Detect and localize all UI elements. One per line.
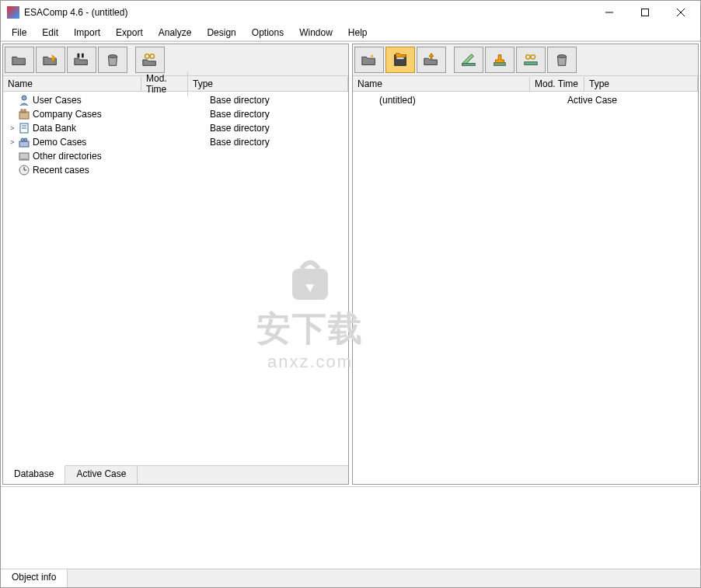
close-button[interactable]: [663, 1, 699, 24]
statusbar: Object info: [1, 569, 700, 587]
titlebar: ESAComp 4.6 - (untitled): [1, 1, 700, 24]
menu-import[interactable]: Import: [66, 26, 108, 40]
svg-point-6: [22, 96, 26, 100]
row-name: Recent cases: [31, 165, 162, 176]
row-type: Base directory: [210, 109, 348, 120]
svg-rect-13: [19, 141, 29, 147]
tab-object-info[interactable]: Object info: [1, 569, 68, 587]
row-name: Demo Cases: [31, 137, 162, 148]
tree-row[interactable]: > Data Bank Base directory: [3, 121, 348, 135]
row-name: User Cases: [31, 95, 162, 106]
tree-row[interactable]: Recent cases: [3, 163, 348, 177]
svg-point-27: [531, 55, 535, 60]
tree-row[interactable]: User Cases Base directory: [3, 93, 348, 107]
svg-point-14: [21, 138, 24, 141]
svg-point-3: [109, 55, 117, 58]
recent-icon: [17, 165, 31, 176]
menu-window[interactable]: Window: [291, 26, 340, 40]
tree-row[interactable]: (untitled) Active Case: [353, 93, 698, 107]
svg-point-15: [24, 138, 27, 141]
col-mod[interactable]: Mod. Time: [530, 77, 584, 91]
svg-rect-9: [24, 110, 26, 113]
detail-area: [1, 486, 700, 569]
maximize-button[interactable]: [627, 1, 663, 24]
row-type: Base directory: [210, 95, 348, 106]
app-icon: [7, 6, 19, 19]
right-tree[interactable]: (untitled) Active Case: [353, 92, 698, 484]
delete-case-button[interactable]: [98, 47, 127, 73]
stamp-button[interactable]: [485, 47, 514, 73]
col-type[interactable]: Type: [188, 77, 348, 91]
tree-row[interactable]: > Demo Cases Base directory: [3, 135, 348, 149]
left-column-headers: Name Mod. Time Type: [3, 76, 348, 92]
company-icon: [17, 109, 31, 120]
tab-database[interactable]: Database: [3, 465, 65, 484]
svg-rect-1: [78, 54, 80, 58]
svg-rect-23: [462, 64, 476, 66]
svg-point-5: [150, 54, 155, 59]
svg-point-4: [145, 54, 150, 59]
menu-export[interactable]: Export: [108, 26, 151, 40]
tab-activecase[interactable]: Active Case: [65, 466, 138, 484]
row-name: Company Cases: [31, 109, 162, 120]
svg-rect-25: [525, 62, 538, 65]
svg-rect-24: [494, 63, 506, 66]
save-case-button[interactable]: [385, 47, 415, 73]
svg-point-26: [526, 55, 531, 60]
other-icon: [17, 151, 31, 162]
col-name[interactable]: Name: [353, 77, 530, 91]
row-type: Base directory: [210, 123, 348, 134]
tree-row[interactable]: Company Cases Base directory: [3, 107, 348, 121]
expand-icon[interactable]: >: [8, 138, 17, 146]
preview-layer-button[interactable]: [516, 47, 546, 73]
save-up-button[interactable]: [417, 47, 446, 73]
left-tabs: Database Active Case: [3, 465, 348, 484]
tree-row[interactable]: Other directories: [3, 149, 348, 163]
activecase-pane: Name Mod. Time Type (untitled) Active Ca…: [352, 43, 699, 485]
edit-layer-button[interactable]: [454, 47, 483, 73]
expand-icon[interactable]: >: [8, 124, 17, 132]
new-case-button[interactable]: [354, 47, 384, 73]
find-case-button[interactable]: [67, 47, 96, 73]
menu-edit[interactable]: Edit: [34, 26, 66, 40]
menu-help[interactable]: Help: [340, 26, 375, 40]
svg-rect-0: [642, 9, 649, 16]
row-name: Other directories: [31, 151, 162, 162]
left-tree[interactable]: User Cases Base directory Company Cases …: [3, 92, 348, 465]
databank-icon: [17, 123, 31, 134]
database-pane: Name Mod. Time Type User Cases Base dire…: [2, 43, 349, 485]
menu-file[interactable]: File: [4, 26, 34, 40]
menu-options[interactable]: Options: [244, 26, 291, 40]
menu-design[interactable]: Design: [199, 26, 243, 40]
row-type: Base directory: [210, 137, 348, 148]
preview-case-button[interactable]: [135, 47, 165, 73]
delete-layer-button[interactable]: [547, 47, 577, 73]
svg-point-28: [558, 55, 567, 58]
svg-rect-17: [21, 158, 27, 160]
demo-icon: [17, 137, 31, 148]
row-type: Active Case: [567, 95, 698, 106]
menu-analyze[interactable]: Analyze: [151, 26, 200, 40]
open-case-button[interactable]: [5, 47, 34, 73]
row-name: (untitled): [357, 95, 513, 106]
menubar: File Edit Import Export Analyze Design O…: [1, 24, 700, 41]
user-icon: [17, 95, 31, 106]
window-title: ESAComp 4.6 - (untitled): [24, 7, 591, 18]
col-name[interactable]: Name: [3, 77, 141, 91]
right-toolbar: [353, 44, 698, 76]
right-column-headers: Name Mod. Time Type: [353, 76, 698, 92]
minimize-button[interactable]: [591, 1, 627, 24]
svg-rect-2: [82, 54, 84, 58]
col-type[interactable]: Type: [584, 77, 698, 91]
work-area: Name Mod. Time Type User Cases Base dire…: [1, 41, 700, 486]
svg-rect-8: [21, 110, 23, 113]
row-name: Data Bank: [31, 123, 162, 134]
open-case-arrow-button[interactable]: [36, 47, 65, 73]
